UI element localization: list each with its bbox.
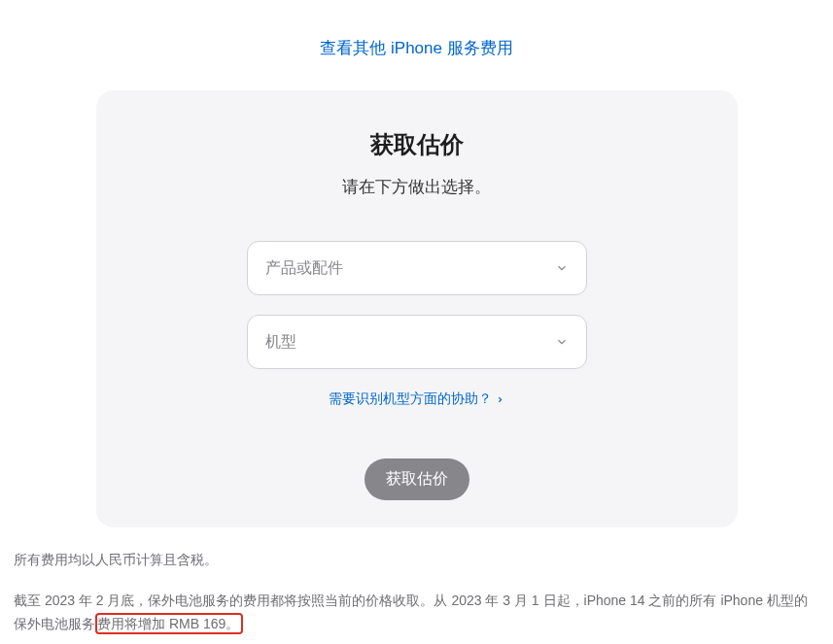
identify-model-help-link[interactable]: 需要识别机型方面的协助？ xyxy=(329,390,504,408)
chevron-down-icon xyxy=(555,261,569,275)
footer: 所有费用均以人民币计算且含税。 截至 2023 年 2 月底，保外电池服务的费用… xyxy=(0,527,833,635)
card-title: 获取估价 xyxy=(370,129,464,160)
model-select-placeholder: 机型 xyxy=(265,332,296,353)
model-select[interactable]: 机型 xyxy=(247,315,587,369)
footer-disclaimer-currency: 所有费用均以人民币计算且含税。 xyxy=(14,549,819,572)
product-select[interactable]: 产品或配件 xyxy=(247,241,587,295)
other-iphone-fees-link[interactable]: 查看其他 iPhone 服务费用 xyxy=(320,37,512,59)
chevron-down-icon xyxy=(555,335,569,349)
footer-disclaimer-price: 截至 2023 年 2 月底，保外电池服务的费用都将按照当前的价格收取。从 20… xyxy=(14,590,819,636)
card-subtitle: 请在下方做出选择。 xyxy=(342,176,491,198)
product-select-placeholder: 产品或配件 xyxy=(265,258,343,279)
get-estimate-button[interactable]: 获取估价 xyxy=(364,458,469,500)
price-increase-highlight: 费用将增加 RMB 169。 xyxy=(95,613,243,634)
chevron-right-icon xyxy=(496,395,504,404)
help-link-text: 需要识别机型方面的协助？ xyxy=(329,390,492,408)
estimate-card: 获取估价 请在下方做出选择。 产品或配件 机型 需要识别机型方面的协助？ 获取估… xyxy=(96,90,738,527)
